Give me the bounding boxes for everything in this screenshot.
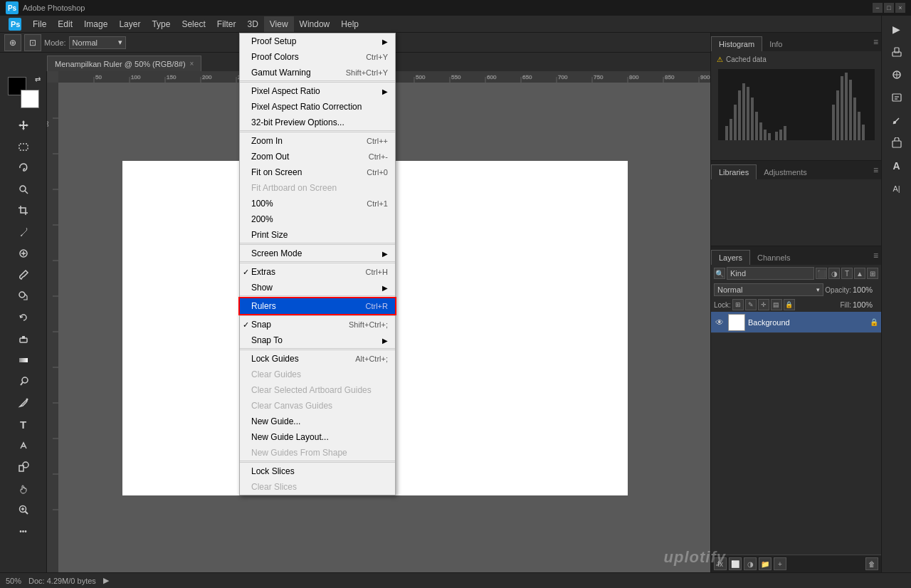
200pct-item[interactable]: 200% <box>240 211 395 227</box>
blend-mode-select[interactable]: Normal ▾ <box>714 283 823 296</box>
pixel-aspect-ratio-item[interactable]: Pixel Aspect Ratio ▶ <box>240 83 395 99</box>
close-button[interactable]: × <box>895 3 905 13</box>
menu-window[interactable]: Window <box>294 16 336 32</box>
menu-help[interactable]: Help <box>335 16 364 32</box>
tab-layers[interactable]: Layers <box>711 250 750 265</box>
snap-item[interactable]: ✓ Snap Shift+Ctrl+; <box>240 317 395 332</box>
pen-tool[interactable] <box>14 393 33 413</box>
hand-tool[interactable] <box>14 478 33 498</box>
extras-item[interactable]: ✓ Extras Ctrl+H <box>240 264 395 280</box>
layer-kind-filter[interactable]: Kind <box>727 267 814 280</box>
lock-pixels-icon[interactable]: ✎ <box>745 299 757 310</box>
quick-select-tool[interactable] <box>14 179 33 199</box>
layer-visibility-eye[interactable]: 👁 <box>714 317 725 328</box>
tab-close-button[interactable]: × <box>190 60 194 68</box>
layers-menu-icon[interactable]: ≡ <box>873 251 878 261</box>
proof-colors-item[interactable]: Proof Colors Ctrl+Y <box>240 49 395 65</box>
maximize-button[interactable]: □ <box>884 3 894 13</box>
menu-3d[interactable]: 3D <box>241 16 263 32</box>
layer-mask-button[interactable]: ⬜ <box>729 557 742 570</box>
menu-ps[interactable]: Ps <box>3 16 27 32</box>
rulers-item[interactable]: Rulers Ctrl+R <box>240 298 395 314</box>
background-color[interactable] <box>21 90 39 108</box>
show-item[interactable]: Show ▶ <box>240 280 395 295</box>
brush-tool[interactable] <box>14 265 33 285</box>
text-tool[interactable]: T <box>14 414 33 434</box>
panel-btn-5[interactable] <box>886 132 907 154</box>
menu-layer[interactable]: Layer <box>113 16 146 32</box>
gamut-warning-item[interactable]: Gamut Warning Shift+Ctrl+Y <box>240 65 395 80</box>
menu-edit[interactable]: Edit <box>52 16 78 32</box>
lock-all-icon[interactable]: 🔒 <box>784 299 795 310</box>
lock-move-icon[interactable]: ✛ <box>758 299 769 310</box>
clone-tool[interactable] <box>14 286 33 306</box>
history-brush-tool[interactable] <box>14 308 33 327</box>
menu-filter[interactable]: Filter <box>211 16 242 32</box>
tab-libraries[interactable]: Libraries <box>711 164 757 179</box>
tab-channels[interactable]: Channels <box>750 250 797 265</box>
panel-btn-1[interactable] <box>886 41 907 63</box>
pixel-aspect-ratio-correction-item[interactable]: Pixel Aspect Ratio Correction <box>240 99 395 115</box>
layer-fx-button[interactable]: fx <box>714 557 727 570</box>
clear-slices-item[interactable]: Clear Slices <box>240 479 395 495</box>
panel-btn-2[interactable] <box>886 64 907 85</box>
print-size-item[interactable]: Print Size <box>240 227 395 243</box>
opacity-value[interactable]: 100% <box>853 285 878 294</box>
move-tool[interactable] <box>14 115 33 135</box>
gradient-tool[interactable] <box>14 350 33 370</box>
clear-guides-item[interactable]: Clear Guides <box>240 367 395 382</box>
new-guides-from-shape-item[interactable]: New Guides From Shape <box>240 445 395 461</box>
panel-btn-7[interactable]: A| <box>886 178 907 199</box>
layer-folder-button[interactable]: 📁 <box>759 557 772 570</box>
crop-tool[interactable] <box>14 201 33 221</box>
marquee-tool[interactable] <box>14 137 33 157</box>
pixel-filter-icon[interactable]: ⬛ <box>816 268 827 279</box>
shape-filter-icon[interactable]: ▲ <box>854 268 865 279</box>
new-layer-button[interactable]: + <box>774 557 786 570</box>
menu-file[interactable]: File <box>27 16 52 32</box>
fill-value[interactable]: 100% <box>853 300 878 309</box>
100pct-item[interactable]: 100% Ctrl+1 <box>240 196 395 211</box>
new-guide-layout-item[interactable]: New Guide Layout... <box>240 429 395 445</box>
zoom-out-item[interactable]: Zoom Out Ctrl+- <box>240 149 395 164</box>
mode-select[interactable]: Normal ▾ <box>69 36 126 49</box>
eyedropper-tool[interactable] <box>14 222 33 242</box>
type-filter-icon[interactable]: T <box>841 268 853 279</box>
tab-info[interactable]: Info <box>762 36 789 51</box>
minimize-button[interactable]: − <box>873 3 883 13</box>
new-guide-item[interactable]: New Guide... <box>240 414 395 429</box>
path-selection-tool[interactable] <box>14 436 33 456</box>
lasso-tool[interactable] <box>14 158 33 178</box>
delete-layer-button[interactable]: 🗑 <box>865 557 878 570</box>
adjustment-filter-icon[interactable]: ◑ <box>828 268 840 279</box>
tab-adjustments[interactable]: Adjustments <box>757 164 814 179</box>
panel-btn-4[interactable] <box>886 110 907 131</box>
tool-selector[interactable]: ⊕ <box>4 34 21 51</box>
layer-adjustment-button[interactable]: ◑ <box>744 557 757 570</box>
screen-mode-item[interactable]: Screen Mode ▶ <box>240 246 395 261</box>
libraries-menu-icon[interactable]: ≡ <box>873 165 878 175</box>
eraser-tool[interactable] <box>14 329 33 349</box>
dodge-tool[interactable] <box>14 372 33 392</box>
status-arrow[interactable]: ▶ <box>103 576 109 585</box>
panel-btn-6[interactable]: A <box>886 155 907 177</box>
tab-histogram[interactable]: Histogram <box>711 36 762 51</box>
zoom-in-item[interactable]: Zoom In Ctrl++ <box>240 133 395 149</box>
window-controls[interactable]: − □ × <box>873 3 905 13</box>
panel-expand-btn[interactable]: ▶ <box>886 19 907 40</box>
32bit-preview-item[interactable]: 32-bit Preview Options... <box>240 115 395 130</box>
lock-transparent-icon[interactable]: ⊞ <box>732 299 744 310</box>
lock-guides-item[interactable]: Lock Guides Alt+Ctrl+; <box>240 351 395 367</box>
menu-view[interactable]: View <box>264 16 294 32</box>
menu-image[interactable]: Image <box>78 16 113 32</box>
smart-filter-icon[interactable]: ⊞ <box>867 268 878 279</box>
zoom-tool[interactable] <box>14 500 33 520</box>
proof-setup-item[interactable]: Proof Setup ▶ <box>240 33 395 49</box>
lock-slices-item[interactable]: Lock Slices <box>240 463 395 479</box>
clear-selected-artboard-guides-item[interactable]: Clear Selected Artboard Guides <box>240 382 395 398</box>
menu-select[interactable]: Select <box>176 16 211 32</box>
shape-tool[interactable] <box>14 457 33 477</box>
panel-menu-icon[interactable]: ≡ <box>873 37 878 47</box>
healing-tool[interactable] <box>14 243 33 263</box>
tool-options[interactable]: ⊡ <box>24 34 41 51</box>
